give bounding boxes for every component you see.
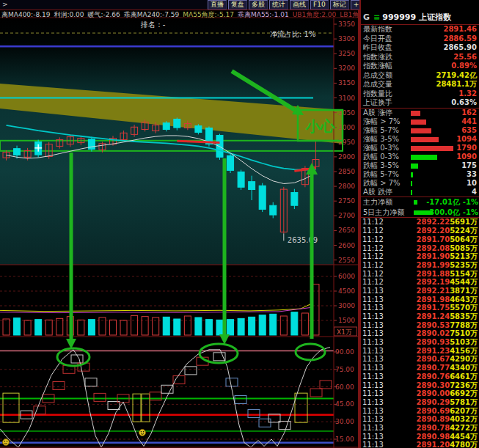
distribution-bar — [411, 164, 418, 169]
svg-text:3250: 3250 — [338, 50, 355, 57]
tick-row: 11:132891.204780万 — [361, 441, 479, 448]
distribution-row: A股 跌停4 — [361, 188, 479, 197]
distribution-bar — [411, 137, 439, 142]
distribution-bar — [411, 120, 426, 125]
tick-row: 11:132890.784272万 — [361, 424, 479, 433]
distribution-row: 涨幅 > 7%441 — [361, 117, 479, 126]
quote-row: 昨日收盘2865.90 — [361, 43, 479, 53]
menu-item-标记[interactable]: 标记 — [330, 0, 349, 10]
tick-row: 11:122892.085085万 — [361, 244, 479, 253]
distribution-bar — [411, 146, 453, 151]
indicator-token: 乖离MA240:-7.59 — [124, 11, 179, 18]
distribution-bar — [411, 111, 420, 116]
symbol-code: 999999 — [382, 12, 416, 22]
quote-row: 指数涨幅0.89% — [361, 62, 479, 71]
main-force-section: 主力净额-17.01亿-1%5日主力净额-300.0亿-1% — [361, 197, 479, 218]
svg-text:X1万: X1万 — [337, 328, 352, 336]
svg-text:3350: 3350 — [338, 21, 355, 28]
tick-row: 11:132890.766461万 — [361, 372, 479, 381]
menu-item-统计[interactable]: 统计 — [269, 0, 288, 10]
svg-text:2650: 2650 — [338, 227, 355, 234]
quote-row: 指数涨跌25.56 — [361, 53, 479, 62]
svg-text:2700: 2700 — [338, 212, 355, 219]
tick-row: 11:122891.995235万 — [361, 261, 479, 270]
tick-list[interactable]: 11:122892.225691万11:122892.205224万11:122… — [361, 218, 479, 448]
quote-row: 总成交额2719.42亿 — [361, 71, 479, 81]
indicator-token: 离MA400:-8.19 — [1, 11, 50, 18]
tick-row: 11:132891.755570万 — [361, 304, 479, 312]
menu-item-复盘[interactable]: 复盘 — [228, 0, 247, 10]
distribution-row: 跌幅 5-7%33 — [361, 170, 479, 179]
svg-text:3200: 3200 — [338, 65, 355, 72]
tick-row: 11:132891.234156万 — [361, 347, 479, 356]
svg-text:45.00: 45.00 — [335, 400, 354, 408]
svg-text:1500: 1500 — [338, 317, 355, 324]
main-force-row: 主力净额-17.01亿-1% — [361, 197, 479, 208]
distribution-bar — [411, 190, 412, 195]
distribution-bar — [411, 181, 412, 186]
quote-panel: G≡999999 上证指数 最新指数2891.46今日开盘2886.59昨日收盘… — [359, 0, 479, 448]
netflow-label: 净流占比: 1% — [270, 29, 315, 40]
svg-text:2900: 2900 — [338, 153, 355, 161]
rank-label: 排名 : - — [141, 20, 165, 30]
quote-row: 今日开盘2886.59 — [361, 34, 479, 44]
menu-item-直播[interactable]: 直播 — [208, 0, 227, 10]
symbol-title[interactable]: G≡999999 上证指数 — [361, 11, 479, 25]
distribution-row: 跌幅 > 7%10 — [361, 179, 479, 188]
distribution-row: 跌幅 0-3%1090 — [361, 153, 479, 161]
indicator-token: MA55角度:-5.17 — [183, 11, 234, 18]
tick-row: 11:132890.696207万 — [361, 407, 479, 416]
svg-text:2600: 2600 — [338, 242, 355, 249]
svg-text:2550: 2550 — [338, 257, 355, 264]
svg-text:75.00: 75.00 — [335, 366, 354, 373]
svg-text:3000: 3000 — [338, 302, 355, 309]
tick-row: 11:132890.006692万 — [361, 389, 479, 398]
tick-row: 11:132891.984643万 — [361, 295, 479, 304]
tick-row: 11:132890.295781万 — [361, 398, 479, 407]
tick-row: 11:122892.194544万 — [361, 278, 479, 287]
svg-text:4500: 4500 — [338, 287, 355, 295]
tick-row: 11:132890.935103万 — [361, 338, 479, 347]
indicator-token: LB1角度:-0.06 — [340, 11, 358, 18]
svg-text:2800: 2800 — [338, 183, 355, 190]
trading-terminal: 2635.09335033003250320031503100305030002… — [0, 0, 479, 448]
tick-row: 11:132890.307236万 — [361, 381, 479, 390]
menu-item-多股[interactable]: 多股 — [249, 0, 268, 10]
distribution-bar — [411, 128, 431, 133]
advance-decline-section: A股 涨停162涨幅 > 7%441涨幅 5-7%635涨幅 3-5%1094涨… — [361, 109, 479, 198]
tick-row: 11:122892.225691万 — [361, 218, 479, 227]
tick-row: 11:132890.984454万 — [361, 433, 479, 441]
main-force-bar — [414, 200, 417, 205]
svg-text:2950: 2950 — [338, 139, 355, 146]
tick-row: 11:132890.774340万 — [361, 364, 479, 372]
svg-text:2850: 2850 — [338, 168, 355, 175]
svg-text:3150: 3150 — [338, 79, 355, 87]
tick-row: 11:122891.705064万 — [361, 235, 479, 244]
indicator-token: 乖离MA55:-1.01 — [238, 11, 289, 18]
smiley-icon — [3, 439, 10, 446]
svg-text:3100: 3100 — [338, 95, 355, 102]
tick-row: 11:132890.027510万 — [361, 329, 479, 338]
distribution-row: A股 涨停162 — [361, 109, 479, 117]
indicator-values-line: 离MA400:-8.19利润:0.00暖气:-2.66乖离MA240:-7.59… — [1, 10, 358, 20]
prompt-arrow: > — [2, 0, 8, 10]
svg-text:3300: 3300 — [338, 35, 355, 43]
caution-text: 小心 — [305, 117, 336, 135]
tick-row: 11:132890.537788万 — [361, 321, 479, 330]
distribution-row: 跌幅 3-5%175 — [361, 161, 479, 170]
tick-row: 11:122891.885154万 — [361, 270, 479, 279]
menu-item-F10[interactable]: F10 — [310, 0, 329, 10]
quote-row: 总成交量28481.1万 — [361, 80, 479, 89]
hotkey-g: G — [363, 12, 370, 22]
quote-row: 指数量比1.32 — [361, 89, 479, 99]
menu-item-画线[interactable]: 画线 — [290, 0, 309, 10]
indicator-token: UB1角度:2.00 — [293, 11, 337, 18]
chart-area[interactable]: 2635.09335033003250320031503100305030002… — [0, 0, 359, 448]
svg-text:2750: 2750 — [338, 197, 355, 205]
svg-text:60.00: 60.00 — [335, 383, 354, 391]
distribution-row: 涨幅 5-7%635 — [361, 126, 479, 135]
distribution-row: 涨幅 3-5%1094 — [361, 135, 479, 144]
svg-text:30.00: 30.00 — [335, 418, 354, 425]
tick-row: 11:132890.894032万 — [361, 415, 479, 424]
quote-row: 最新指数2891.46 — [361, 25, 479, 34]
